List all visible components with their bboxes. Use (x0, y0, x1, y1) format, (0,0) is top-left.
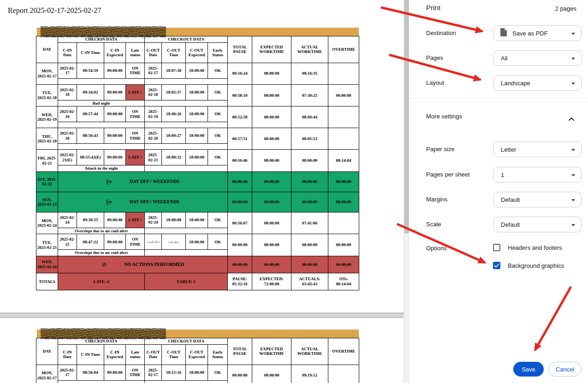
col-header: C-IN Date (58, 42, 77, 63)
pages-value: All (501, 55, 507, 62)
pages-label: Pages (426, 50, 443, 66)
cout-time-cell: 18:15:16 (162, 365, 186, 380)
dropdown-caret-icon (571, 174, 575, 177)
col-header: C-OUT Date (145, 42, 162, 63)
note-cell (58, 380, 145, 383)
pages-per-sheet-dropdown[interactable]: 1 (493, 167, 582, 183)
totals-pause-cell: PAUSE: 05:32:16 (228, 273, 252, 290)
dropdown-caret-icon (571, 82, 575, 85)
col-header: OVERTIME (328, 338, 359, 365)
option-background-graphics[interactable]: Background graphics (493, 261, 585, 270)
note-cell: Overslept due to air raid alert (58, 250, 145, 256)
paper-size-label: Paper size (426, 141, 454, 157)
total-pause-cell: 00:57:51 (228, 128, 252, 150)
options-label: Options (426, 245, 447, 252)
paper-size-dropdown[interactable]: Letter (493, 141, 582, 157)
col-header: C-OUT Time (162, 344, 186, 365)
note-cell (58, 144, 145, 150)
report-table-page1: DAYCHECKIN DATACHECKOUT DATATOTAL PAUSEE… (36, 36, 359, 290)
expected-cell: 00:00:00 (252, 171, 291, 192)
pages-dropdown[interactable]: All (493, 50, 582, 66)
col-header: C-OUT Date (145, 344, 162, 365)
day-cell: MON, 2025-02-24 (36, 212, 58, 234)
expected-worktime-cell: 08:00:00 (252, 212, 291, 234)
report-table: DAYCHECKIN DATACHECKOUT DATATOTAL PAUSEE… (36, 338, 359, 383)
cin-expected-cell: 09:00:00 (104, 234, 126, 250)
layout-value: Landscape (501, 80, 530, 87)
expected-worktime-cell: 08:00:00 (252, 128, 291, 150)
day-off-label: DAY OFF / WEEKENDS (130, 199, 179, 205)
setting-row-pages: PagesAll (409, 50, 588, 66)
late-status-cell: ON TIME (126, 234, 145, 250)
day-off-exit-icon (106, 199, 112, 205)
overtime-cell: 00:00:00 (328, 234, 359, 256)
group-header-checkin: CHECKIN DATA (58, 338, 145, 345)
actual-worktime-cell: 08:00:00 (291, 234, 328, 256)
late-status-cell: LATE ! (126, 150, 145, 165)
dropdown-caret-icon (571, 149, 575, 151)
day-cell: TUE, 2025-02-18 (36, 84, 58, 106)
scale-label: Scale (426, 217, 441, 232)
total-pause-cell: 00:00:00 (228, 234, 252, 256)
day-off-cell: DAY OFF / WEEKENDS (58, 171, 228, 192)
totals-overtime-cell: OTs: 00:14:04 (328, 273, 359, 290)
total-pause-cell: 00:00:00 (228, 365, 252, 383)
late-status-cell: LATE ! (126, 84, 145, 100)
late-status-cell: ON TIME (126, 128, 145, 144)
cin-time-cell: 08:56:04 (77, 365, 104, 380)
overtime-cell: 00:00:00 (328, 84, 359, 106)
early-status-cell: OK (208, 106, 228, 122)
col-header: C-OUT Expected (186, 344, 208, 365)
pages-per-sheet-label: Pages per sheet (426, 167, 470, 183)
pause-cell: 00:00:00 (228, 256, 252, 273)
headers-footers-checkbox[interactable] (493, 244, 500, 251)
actual-worktime-cell: 08:00:00 (291, 150, 328, 172)
report-header-banner (37, 28, 359, 36)
preview-scrollbar-thumb[interactable] (404, 0, 409, 233)
cout-expected-cell: 18:00:00 (186, 106, 208, 122)
col-header: C-OUT Time (162, 42, 186, 63)
scale-dropdown[interactable]: Default (493, 217, 582, 232)
note-cell (58, 122, 145, 128)
destination-dropdown[interactable]: Save as PDF (493, 25, 582, 41)
cout-date-cell: 2025-02-24 (145, 212, 162, 228)
note-cell: Bad night (58, 100, 145, 106)
cin-time-cell: 08:55:42(E) (77, 150, 104, 165)
cin-date-cell: 2025-02-19 (58, 106, 77, 122)
preview-page-2: DAYCHECKIN DATACHECKOUT DATATOTAL PAUSEE… (0, 318, 404, 383)
early-status-cell: OK (208, 365, 228, 380)
dialog-title: Print (426, 4, 440, 12)
col-header: Late status (126, 344, 145, 365)
paper-size-value: Letter (501, 146, 516, 153)
margins-dropdown[interactable]: Default (493, 192, 582, 207)
pause-cell: 00:00:00 (228, 192, 252, 212)
more-settings-toggle[interactable]: More settings (409, 111, 588, 123)
pages-per-sheet-value: 1 (501, 171, 504, 178)
layout-dropdown[interactable]: Landscape (493, 75, 582, 91)
cout-expected-cell: 18:00:00 (186, 365, 208, 380)
cout-date-cell: 2025-02-20 (145, 128, 162, 144)
note-empty-cell (145, 228, 228, 234)
day-cell: MON, 2025-02-17 (36, 365, 58, 383)
note-cell: Attack in the night (58, 165, 145, 172)
day-cell: MON, 2025-02-17 (36, 63, 58, 84)
col-header: EXPECTED WORKTIME (252, 338, 291, 365)
cancel-button[interactable]: Cancel (548, 362, 582, 377)
background-graphics-checkbox[interactable] (493, 262, 500, 269)
expected-worktime-cell: 08:00:00 (252, 63, 291, 84)
cout-time-cell: 18:07:38 (162, 63, 186, 78)
option-headers-footers[interactable]: Headers and footers (493, 243, 585, 252)
actual-worktime-cell: 07:41:06 (291, 212, 328, 234)
total-pause-cell: 00:50:46 (228, 150, 252, 172)
cin-expected-cell: 09:00:00 (104, 84, 126, 100)
preview-scrollbar[interactable] (404, 0, 409, 383)
col-header-day: DAY (36, 338, 58, 365)
save-button[interactable]: Save (513, 362, 544, 377)
overtime-cell (328, 63, 359, 84)
overtime-cell (328, 106, 359, 128)
layout-label: Layout (426, 75, 444, 91)
dropdown-caret-icon (571, 58, 575, 60)
cout-date-cell: 2025-02-21 (145, 150, 162, 165)
total-pause-cell: 00:56:24 (228, 63, 252, 84)
early-status-cell: OK (208, 150, 228, 165)
